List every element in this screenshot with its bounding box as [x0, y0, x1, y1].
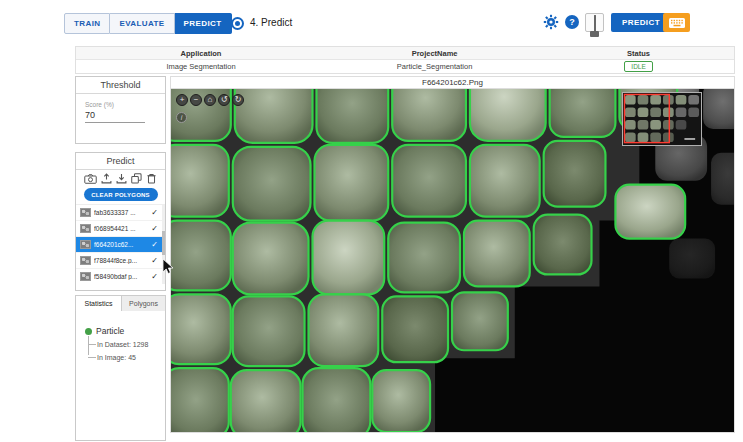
lock-icon: [594, 15, 596, 31]
project-table: Application ProjectName Status Image Seg…: [75, 46, 735, 74]
predict-panel: Predict: [75, 152, 166, 291]
project-table-header: Application ProjectName Status: [76, 47, 734, 60]
score-label: Score (%): [85, 101, 165, 108]
stats-tabs: Statistics Polygons: [75, 295, 166, 312]
zoom-in-icon[interactable]: +: [176, 94, 188, 106]
list-item[interactable]: f58490bdaf p... ✓: [76, 269, 165, 284]
file-name: f664201c62...: [94, 241, 148, 248]
col-status: Status: [543, 49, 734, 58]
predict-title: Predict: [76, 153, 165, 170]
file-name: f78844f8ce.p...: [94, 257, 148, 264]
image-viewer: F664201c62.Png: [170, 76, 735, 433]
scrollbar-thumb[interactable]: [162, 231, 165, 255]
list-item[interactable]: f068954421 ... ✓: [76, 221, 165, 237]
step-label: 4. Predict: [250, 17, 292, 28]
download-icon[interactable]: [116, 173, 127, 184]
score-input[interactable]: 70: [85, 110, 145, 123]
col-application: Application: [76, 49, 326, 58]
file-thumbnail: [80, 224, 91, 233]
file-thumbnail: [80, 272, 91, 281]
home-icon[interactable]: ⌂: [204, 94, 216, 106]
file-thumbnail: [80, 240, 91, 249]
tab-train[interactable]: TRAIN: [64, 13, 110, 34]
rotate-right-icon[interactable]: ↻: [232, 94, 244, 106]
info-icon[interactable]: i: [176, 112, 187, 123]
keyboard-button[interactable]: [663, 13, 690, 32]
prediction-file-list: fab3633337 ... ✓ f068954421 ... ✓ f66420…: [76, 204, 165, 284]
check-icon: ✓: [151, 224, 158, 233]
keyboard-icon: [669, 18, 685, 28]
camera-icon[interactable]: [84, 174, 97, 184]
help-icon[interactable]: ?: [565, 15, 579, 29]
check-icon: ✓: [151, 272, 158, 281]
cell-status: IDLE: [543, 61, 734, 72]
col-projectname: ProjectName: [326, 49, 543, 58]
viewer-zoom-controls: + − ⌂ ↺ ↻: [176, 94, 244, 106]
tab-statistics[interactable]: Statistics: [75, 295, 122, 312]
cell-application: Image Segmentation: [76, 62, 326, 71]
table-row[interactable]: Image Segmentation Particle_Segmentation…: [76, 60, 734, 73]
list-item-selected[interactable]: f664201c62... ✓: [76, 237, 165, 253]
zoom-out-icon[interactable]: −: [190, 94, 202, 106]
check-icon: ✓: [151, 208, 158, 217]
class-color-dot: [85, 328, 92, 335]
file-thumbnail: [80, 256, 91, 265]
file-name: f58490bdaf p...: [94, 273, 148, 280]
lock-button[interactable]: [585, 13, 604, 32]
upload-icon[interactable]: [101, 173, 112, 184]
trash-icon[interactable]: [146, 173, 157, 184]
class-stats-tree: In Dataset: 1298 In Image: 45: [88, 338, 165, 364]
file-name: fab3633337 ...: [94, 209, 148, 216]
predict-toolbar: [76, 170, 165, 186]
tab-polygons[interactable]: Polygons: [122, 295, 166, 312]
statistics-panel: Particle In Dataset: 1298 In Image: 45: [75, 311, 166, 441]
tab-predict[interactable]: PREDICT: [175, 13, 232, 34]
rotate-left-icon[interactable]: ↺: [218, 94, 230, 106]
status-badge: IDLE: [624, 61, 652, 72]
app-root: TRAIN EVALUATE PREDICT 4. Predict ? PRED…: [0, 0, 743, 442]
threshold-title: Threshold: [76, 77, 165, 94]
stat-in-dataset: In Dataset: 1298: [97, 338, 165, 351]
predict-button[interactable]: PREDICT: [611, 13, 671, 32]
list-item[interactable]: f78844f8ce.p... ✓: [76, 253, 165, 269]
file-thumbnail: [80, 208, 91, 217]
file-name: f068954421 ...: [94, 225, 148, 232]
mode-tabs: TRAIN EVALUATE PREDICT: [64, 13, 232, 34]
stat-in-image: In Image: 45: [97, 351, 165, 364]
threshold-panel: Threshold Score (%) 70: [75, 76, 166, 144]
check-icon: ✓: [151, 240, 158, 249]
viewer-canvas[interactable]: + − ⌂ ↺ ↻ i: [170, 89, 735, 433]
tab-evaluate[interactable]: EVALUATE: [110, 13, 174, 34]
class-name: Particle: [96, 326, 124, 336]
list-item[interactable]: fab3633337 ... ✓: [76, 205, 165, 221]
file-list-scrollbar[interactable]: [162, 205, 165, 284]
cell-projectname: Particle_Segmentation: [326, 62, 543, 71]
class-legend: Particle: [85, 326, 165, 336]
step-radio[interactable]: [231, 17, 244, 30]
settings-gear-icon[interactable]: [543, 14, 559, 30]
copy-plus-icon[interactable]: [131, 173, 142, 184]
clear-polygons-button[interactable]: CLEAR POLYGONS: [84, 188, 158, 201]
image-filename: F664201c62.Png: [170, 76, 735, 89]
check-icon: ✓: [151, 256, 158, 265]
radio-dot-icon: [235, 21, 240, 26]
minimap[interactable]: [622, 92, 702, 146]
